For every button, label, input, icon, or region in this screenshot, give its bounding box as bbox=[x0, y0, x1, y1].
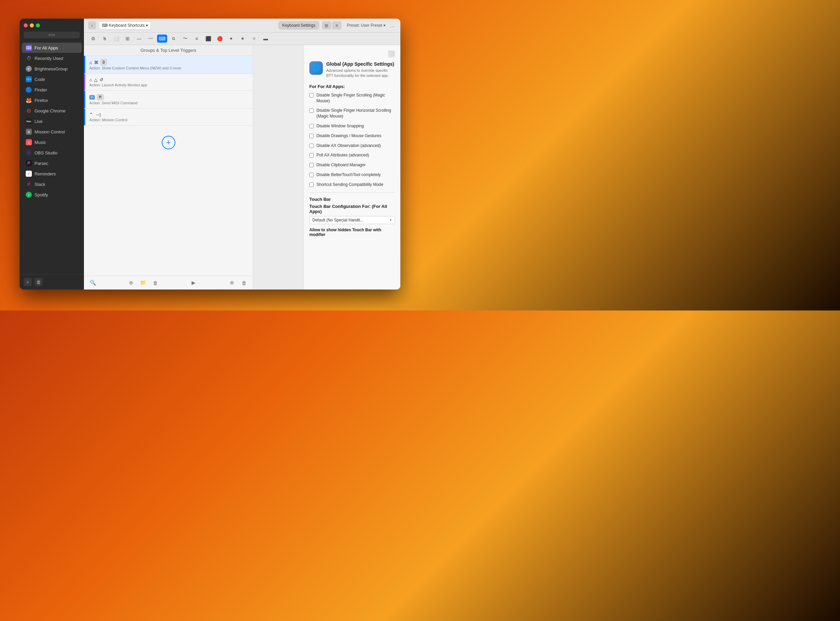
keyboard-settings-button[interactable]: Keyboard Settings bbox=[278, 21, 319, 29]
play-button[interactable]: ▶ bbox=[189, 279, 198, 287]
sidebar-item-parsec[interactable]: PParsec bbox=[22, 158, 82, 168]
sidebar-item-mission-control[interactable]: ⊞Mission Control bbox=[22, 127, 82, 137]
add-app-button[interactable]: + bbox=[24, 278, 32, 286]
checkbox-disable-clipboard[interactable] bbox=[309, 163, 314, 167]
sidebar-item-google-chrome[interactable]: ⚙Google Chrome bbox=[22, 106, 82, 116]
sidebar-icon-brightness-group: ● bbox=[26, 66, 32, 72]
list-view-button[interactable]: ≡ bbox=[332, 21, 341, 29]
trigger-action-label: Action: Show Custom Context Menu (NEW) a… bbox=[89, 66, 248, 70]
sidebar-item-spotify[interactable]: ♪Spotify bbox=[22, 189, 82, 200]
checkbox-row-poll-ax: Poll AX Attributes (advanced) bbox=[309, 152, 395, 159]
icon-toolbar-btn-5[interactable]: 〰 bbox=[145, 35, 156, 42]
sidebar-icon-music: ♫ bbox=[26, 139, 32, 145]
sidebar-icon-live: live bbox=[26, 118, 32, 124]
delete-app-button[interactable]: 🗑 bbox=[35, 278, 43, 286]
sidebar-item-firefox[interactable]: 🦊Firefox bbox=[22, 95, 82, 105]
icon-toolbar-btn-11[interactable]: 🔴 bbox=[215, 35, 225, 42]
icon-toolbar-btn-6[interactable]: ⌨ bbox=[157, 35, 167, 42]
traffic-lights bbox=[24, 23, 40, 27]
checkbox-label-disable-btt: Disable BetterTouchTool completely bbox=[316, 172, 381, 178]
add-trigger-button[interactable]: + bbox=[162, 136, 175, 149]
triggers-add-area: + bbox=[84, 126, 253, 276]
sidebar-item-for-all-apps[interactable]: ⌨For All Apps bbox=[22, 42, 82, 53]
allow-touchbar-text: Allow to show hidden Touch Bar with modi… bbox=[309, 227, 395, 237]
sidebar-icon-for-all-apps: ⌨ bbox=[26, 45, 32, 51]
checkbox-label-shortcut-compat: Shortcut Sending Compatibility Mode bbox=[316, 182, 383, 188]
icon-toolbar-btn-15[interactable]: ▬ bbox=[261, 35, 271, 42]
add-action-button[interactable]: ⊕ bbox=[227, 279, 237, 287]
icon-toolbar-btn-3[interactable]: ⊞ bbox=[122, 35, 133, 42]
maximize-button[interactable] bbox=[36, 23, 40, 27]
icon-toolbar-btn-14[interactable]: ✧ bbox=[249, 35, 259, 42]
icon-toolbar-btn-8[interactable]: 〜 bbox=[180, 35, 190, 42]
icon-toolbar-btn-0[interactable]: ⚙ bbox=[88, 35, 98, 42]
checkbox-disable-window-snap[interactable] bbox=[309, 124, 314, 128]
trigger-item[interactable]: ⌃ →|Action: Mission Control bbox=[84, 109, 253, 126]
checkbox-shortcut-compat[interactable] bbox=[309, 183, 314, 187]
checkbox-label-disable-clipboard: Disable Clipboard Manager bbox=[316, 162, 366, 168]
icon-toolbar-btn-13[interactable]: ⁕ bbox=[237, 35, 248, 42]
sidebar-item-code[interactable]: </>Code bbox=[22, 74, 82, 84]
more-options-button[interactable]: … bbox=[388, 21, 396, 29]
icon-toolbar-btn-12[interactable]: ✦ bbox=[226, 35, 236, 42]
collapse-button[interactable]: ⬜ bbox=[388, 50, 395, 57]
touchbar-config-dropdown[interactable]: Default (No Special Handli... bbox=[309, 216, 395, 224]
sidebar-item-obs-studio[interactable]: ⊙OBS Studio bbox=[22, 148, 82, 158]
checkbox-disable-single-finger[interactable] bbox=[309, 93, 314, 97]
icon-toolbar-btn-10[interactable]: ⬛ bbox=[203, 35, 213, 42]
add-group-button[interactable]: ⊕ bbox=[126, 279, 136, 287]
sidebar-icon-mission-control: ⊞ bbox=[26, 129, 32, 135]
sidebar-label-for-all-apps: For All Apps bbox=[35, 45, 58, 50]
checkbox-poll-ax[interactable] bbox=[309, 153, 314, 158]
sidebar-back-button[interactable]: <<< bbox=[24, 32, 80, 38]
sidebar-item-live[interactable]: liveLive bbox=[22, 116, 82, 126]
search-button[interactable]: 🔍 bbox=[88, 279, 97, 287]
checkbox-row-disable-window-snap: Disable Window Snapping bbox=[309, 123, 395, 130]
close-button[interactable] bbox=[24, 23, 28, 27]
sidebar-item-reminders[interactable]: ✓Reminders bbox=[22, 169, 82, 179]
sidebar-label-slack: Slack bbox=[35, 182, 45, 187]
sidebar-item-finder[interactable]: 🔵Finder bbox=[22, 85, 82, 95]
checkbox-row-disable-horizontal: Disable Single Finger Horizontal Scrolli… bbox=[309, 107, 395, 120]
checkbox-disable-drawings[interactable] bbox=[309, 134, 314, 138]
trigger-item[interactable]: ⌂ △ ↺Action: Launch Activity Monitor.app bbox=[84, 74, 253, 91]
minimize-button[interactable] bbox=[30, 23, 34, 27]
sidebar-label-firefox: Firefox bbox=[35, 98, 48, 103]
checkbox-row-disable-btt: Disable BetterTouchTool completely bbox=[309, 171, 395, 179]
for-all-apps-section-label: For For All Apps: bbox=[309, 84, 395, 89]
sidebar-icon-parsec: P bbox=[26, 160, 32, 166]
sidebar-label-spotify: Spotify bbox=[35, 192, 48, 197]
sidebar-icon-finder: 🔵 bbox=[26, 87, 32, 93]
icon-toolbar-btn-4[interactable]: — bbox=[134, 35, 144, 42]
grid-view-button[interactable]: ⊞ bbox=[322, 21, 331, 29]
sidebar-icon-spotify: ♪ bbox=[26, 192, 32, 198]
icon-toolbar-btn-2[interactable]: ⬜ bbox=[111, 35, 121, 42]
sidebar-item-recently-used[interactable]: ⏱Recently Used bbox=[22, 53, 82, 63]
checkbox-disable-ax[interactable] bbox=[309, 144, 314, 148]
checkbox-disable-btt[interactable] bbox=[309, 173, 314, 177]
triggers-header: Groups & Top Level Triggers bbox=[84, 45, 253, 56]
preset-label[interactable]: Preset: User Preset ▾ bbox=[347, 23, 385, 28]
right-panel: ⬜ 🌐 Global (App Specific Settings) Advan… bbox=[304, 45, 400, 289]
toolbar-back-button[interactable]: ‹ bbox=[88, 21, 96, 29]
keyboard-icon: ⌨ bbox=[102, 23, 107, 28]
delete-action-button[interactable]: 🗑 bbox=[239, 279, 249, 287]
sidebar-icon-obs-studio: ⊙ bbox=[26, 150, 32, 156]
keyboard-type-dropdown[interactable]: ⌨ Keyboard Shortcuts ▾ bbox=[99, 21, 151, 29]
checkbox-row-shortcut-compat: Shortcut Sending Compatibility Mode bbox=[309, 181, 395, 188]
checkbox-disable-horizontal[interactable] bbox=[309, 108, 314, 113]
sidebar-label-reminders: Reminders bbox=[35, 171, 56, 176]
checkbox-list: Disable Single Finger Scrolling (Magic M… bbox=[309, 92, 395, 188]
icon-toolbar-btn-7[interactable]: G bbox=[169, 35, 179, 42]
sidebar-label-code: Code bbox=[35, 77, 45, 82]
trigger-item[interactable]: ⌂ ⌘ BAction: Show Custom Context Menu (N… bbox=[84, 56, 253, 74]
sidebar-item-brightness-group[interactable]: ●BrightnessGroup bbox=[22, 64, 82, 74]
add-folder-button[interactable]: 📁 bbox=[138, 279, 148, 287]
sidebar-label-google-chrome: Google Chrome bbox=[35, 108, 66, 114]
sidebar-item-slack[interactable]: #Slack bbox=[22, 179, 82, 189]
icon-toolbar-btn-1[interactable]: 🖱 bbox=[100, 35, 110, 42]
sidebar-item-music[interactable]: ♫Music bbox=[22, 137, 82, 147]
trigger-item[interactable]: fnMAction: Send MIDI Command bbox=[84, 91, 253, 109]
delete-trigger-button[interactable]: 🗑 bbox=[151, 279, 160, 287]
icon-toolbar-btn-9[interactable]: ≡ bbox=[192, 35, 202, 42]
